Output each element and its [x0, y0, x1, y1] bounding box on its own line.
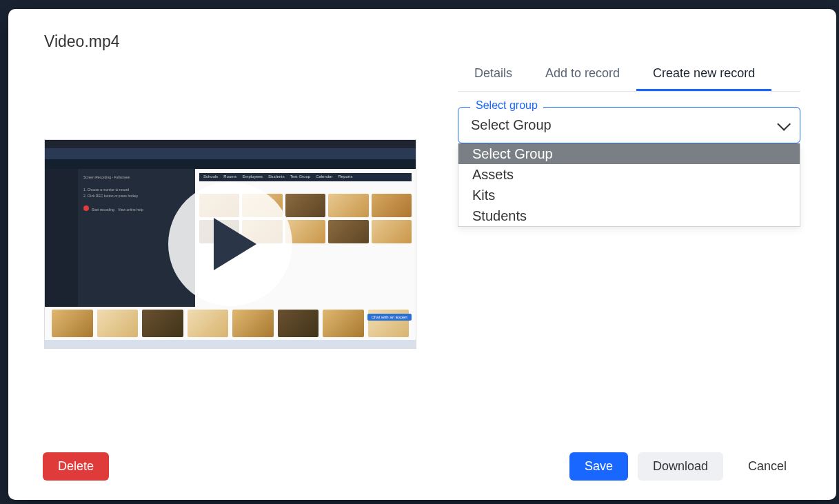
video-thumbnail[interactable]: Screen Recording - Fullscreen1. Choose a… [44, 139, 416, 349]
modal-footer: Delete Save Download Cancel [8, 452, 836, 500]
tab-details[interactable]: Details [458, 59, 529, 91]
select-group-options: Select Group Assets Kits Students [458, 143, 800, 227]
option-kits[interactable]: Kits [458, 185, 800, 205]
form-column: Details Add to record Create new record … [419, 51, 800, 452]
cancel-button[interactable]: Cancel [733, 452, 802, 481]
attachment-modal: Video.mp4 Screen Recording - Fullscreen1… [8, 9, 836, 500]
play-icon [214, 218, 256, 270]
modal-title: Video.mp4 [44, 32, 800, 51]
tab-add-to-record[interactable]: Add to record [529, 59, 636, 91]
chevron-down-icon [777, 117, 791, 130]
play-button-overlay[interactable] [168, 182, 292, 306]
option-assets[interactable]: Assets [458, 164, 800, 185]
modal-body: Screen Recording - Fullscreen1. Choose a… [8, 51, 836, 452]
select-group-label: Select group [470, 99, 543, 112]
option-select-group[interactable]: Select Group [458, 143, 800, 164]
download-button[interactable]: Download [638, 452, 723, 481]
video-preview-column: Screen Recording - Fullscreen1. Choose a… [44, 51, 419, 452]
delete-button[interactable]: Delete [43, 452, 109, 481]
tab-create-new-record[interactable]: Create new record [636, 59, 771, 91]
option-students[interactable]: Students [458, 205, 800, 226]
select-group-fieldset: Select group Select Group Select Group A… [458, 107, 800, 143]
tab-bar: Details Add to record Create new record [458, 59, 800, 92]
select-group-value: Select Group [471, 117, 552, 133]
save-button[interactable]: Save [569, 452, 628, 481]
select-group-dropdown[interactable]: Select Group [458, 107, 800, 143]
modal-header: Video.mp4 [8, 9, 836, 51]
background-topnav [0, 0, 839, 9]
